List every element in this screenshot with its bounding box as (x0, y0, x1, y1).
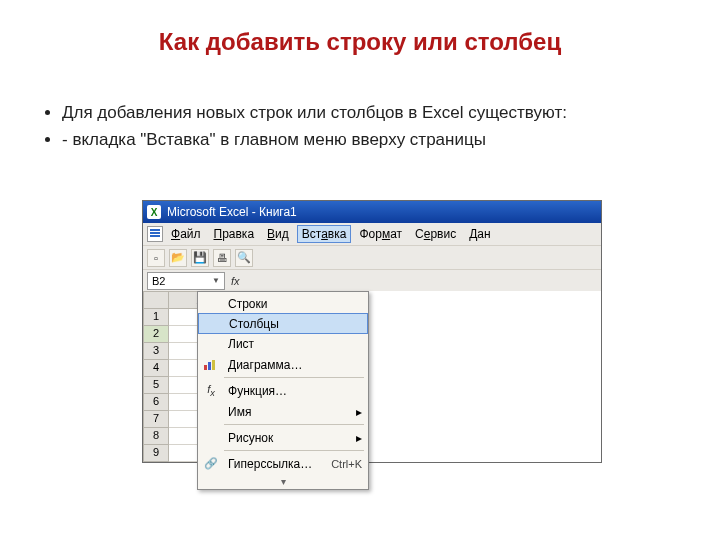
titlebar-text: Microsoft Excel - Книга1 (167, 205, 297, 219)
fx-label[interactable]: fx (231, 275, 240, 287)
row-header[interactable]: 7 (143, 411, 169, 428)
separator (224, 450, 364, 451)
insert-menu-dropdown: Строки Столбцы Лист Диаграмма… fxФункция… (197, 291, 369, 490)
toolbar: ▫ 📂 💾 🖶 🔍 (143, 245, 601, 269)
menu-item-function[interactable]: fxФункция… (198, 380, 368, 401)
row-header[interactable]: 6 (143, 394, 169, 411)
separator (224, 424, 364, 425)
excel-icon: X (147, 205, 161, 219)
bullet-2: - вкладка "Вставка" в главном меню вверх… (62, 129, 680, 152)
menu-edit[interactable]: Правка (209, 225, 260, 243)
menu-tools[interactable]: Сервис (410, 225, 461, 243)
excel-window: X Microsoft Excel - Книга1 Файл Правка В… (142, 200, 602, 463)
menu-item-picture[interactable]: Рисунок▸ (198, 427, 368, 448)
chevron-down-icon: ▼ (212, 276, 220, 285)
menu-data[interactable]: Дан (464, 225, 495, 243)
chevron-right-icon: ▸ (356, 431, 362, 445)
row-header[interactable]: 5 (143, 377, 169, 394)
row-header[interactable]: 3 (143, 343, 169, 360)
menu-insert[interactable]: Вставка (297, 225, 352, 243)
row-header[interactable]: 4 (143, 360, 169, 377)
menu-item-hyperlink[interactable]: 🔗Гиперссылка…Ctrl+K (198, 453, 368, 474)
hyperlink-icon: 🔗 (200, 455, 222, 473)
menu-item-rows[interactable]: Строки (198, 293, 368, 314)
expand-icon[interactable]: ▾ (198, 474, 368, 488)
spreadsheet-grid: A B 1 2 3 4 5 6 7 8 9 Строки Столбцы Лис… (143, 291, 601, 462)
open-icon[interactable]: 📂 (169, 249, 187, 267)
name-box[interactable]: B2▼ (147, 272, 225, 290)
separator (224, 377, 364, 378)
document-icon (147, 226, 163, 242)
menu-item-name[interactable]: Имя▸ (198, 401, 368, 422)
new-icon[interactable]: ▫ (147, 249, 165, 267)
menubar: Файл Правка Вид Вставка Формат Сервис Да… (143, 223, 601, 245)
chevron-right-icon: ▸ (356, 405, 362, 419)
menu-format[interactable]: Формат (354, 225, 407, 243)
row-header[interactable]: 8 (143, 428, 169, 445)
menu-view[interactable]: Вид (262, 225, 294, 243)
fx-icon: fx (200, 382, 222, 400)
save-icon[interactable]: 💾 (191, 249, 209, 267)
print-preview-icon[interactable]: 🔍 (235, 249, 253, 267)
menu-file[interactable]: Файл (166, 225, 206, 243)
print-icon[interactable]: 🖶 (213, 249, 231, 267)
menu-item-columns[interactable]: Столбцы (198, 313, 368, 334)
row-header[interactable]: 1 (143, 309, 169, 326)
bullet-1: Для добавления новых строк или столбцов … (62, 102, 680, 125)
titlebar: X Microsoft Excel - Книга1 (143, 201, 601, 223)
menu-item-chart[interactable]: Диаграмма… (198, 354, 368, 375)
chart-icon (200, 356, 222, 374)
row-header[interactable]: 9 (143, 445, 169, 462)
slide-bullets: Для добавления новых строк или столбцов … (52, 102, 680, 152)
slide-title: Как добавить строку или столбец (0, 0, 720, 64)
formula-bar: B2▼ fx (143, 269, 601, 291)
select-all-corner[interactable] (143, 291, 169, 309)
menu-item-sheet[interactable]: Лист (198, 333, 368, 354)
row-header[interactable]: 2 (143, 326, 169, 343)
